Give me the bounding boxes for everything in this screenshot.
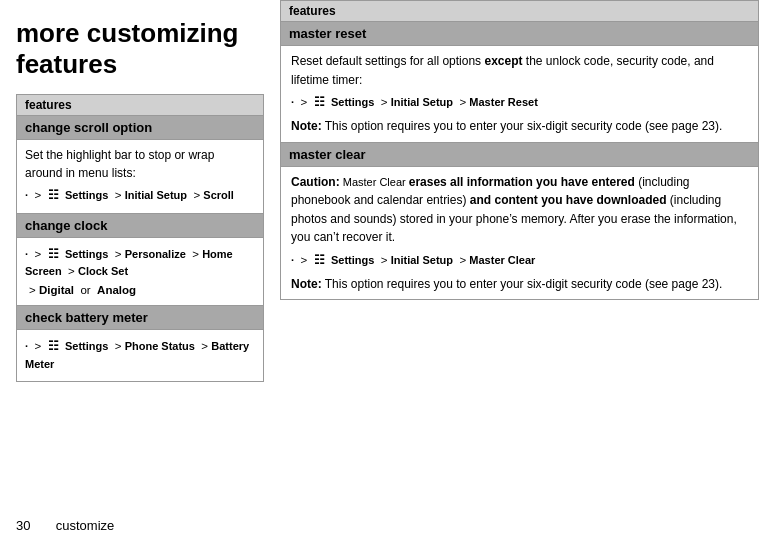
change-clock-content: · > ☷ Settings > Personalize > Home Scre… — [17, 237, 264, 306]
clock-bullet: · — [25, 248, 28, 260]
clock-settings-icon: ☷ — [48, 248, 59, 260]
clock-set-label: Clock Set — [78, 265, 128, 277]
change-clock-content2: > Digital or Analog — [29, 282, 255, 299]
master-clear-note: Note: This option requires you to enter … — [291, 277, 722, 291]
check-battery-heading-row: check battery meter — [17, 306, 264, 330]
change-scroll-content-row: Set the highlight bar to stop or wrap ar… — [17, 140, 264, 213]
master-reset-note: Note: This option requires you to enter … — [291, 119, 722, 133]
check-battery-menu-path: · > ☷ Settings > Phone Status > Battery … — [25, 338, 255, 373]
left-table-header-label: features — [17, 95, 264, 116]
master-clear-content: Caution: Master Clear erases all informa… — [281, 166, 758, 299]
right-table-header-row: features — [281, 1, 758, 22]
check-battery-content: · > ☷ Settings > Phone Status > Battery … — [17, 330, 264, 382]
right-table-header-label: features — [281, 1, 758, 22]
change-clock-menu-path: · > ☷ Settings > Personalize > Home Scre… — [25, 246, 255, 281]
scroll-settings-icon: ☷ — [48, 189, 59, 201]
master-reset-heading-row: master reset — [281, 22, 758, 46]
left-table-header: features — [17, 95, 264, 116]
check-battery-heading: check battery meter — [17, 306, 264, 330]
master-reset-menu-path: · > ☷ Settings > Initial Setup > Master … — [291, 94, 748, 112]
page-number: 30 — [16, 518, 30, 533]
master-clear-heading-row: master clear — [281, 142, 758, 166]
master-clear-body: Caution: Master Clear erases all informa… — [291, 175, 737, 245]
change-scroll-content: Set the highlight bar to stop or wrap ar… — [17, 140, 264, 213]
left-column: more customizing features features chang… — [0, 0, 280, 547]
master-clear-heading: master clear — [281, 142, 758, 166]
master-clear-content-row: Caution: Master Clear erases all informa… — [281, 166, 758, 299]
change-scroll-heading-row: change scroll option — [17, 116, 264, 140]
battery-settings-icon: ☷ — [48, 340, 59, 352]
master-reset-content: Reset default settings for all options e… — [281, 46, 758, 143]
change-clock-content-row: · > ☷ Settings > Personalize > Home Scre… — [17, 237, 264, 306]
change-clock-heading-row: change clock — [17, 213, 264, 237]
change-scroll-heading: change scroll option — [17, 116, 264, 140]
scroll-bullet: · — [25, 189, 28, 201]
page-number-area: 30 customize — [16, 518, 114, 533]
battery-bullet: · — [25, 340, 28, 352]
master-reset-heading: master reset — [281, 22, 758, 46]
right-column: features master reset Reset default sett… — [280, 0, 759, 300]
right-features-table: features master reset Reset default sett… — [281, 1, 758, 299]
master-clear-menu-path: · > ☷ Settings > Initial Setup > Master … — [291, 252, 748, 270]
page-title: more customizing features — [16, 18, 264, 80]
master-reset-content-row: Reset default settings for all options e… — [281, 46, 758, 143]
change-scroll-menu-path: · > ☷ Settings > Initial Setup > Scroll — [25, 187, 255, 204]
left-features-table: features change scroll option Set the hi… — [16, 94, 264, 382]
page-label: customize — [56, 518, 115, 533]
change-clock-heading: change clock — [17, 213, 264, 237]
check-battery-content-row: · > ☷ Settings > Phone Status > Battery … — [17, 330, 264, 382]
